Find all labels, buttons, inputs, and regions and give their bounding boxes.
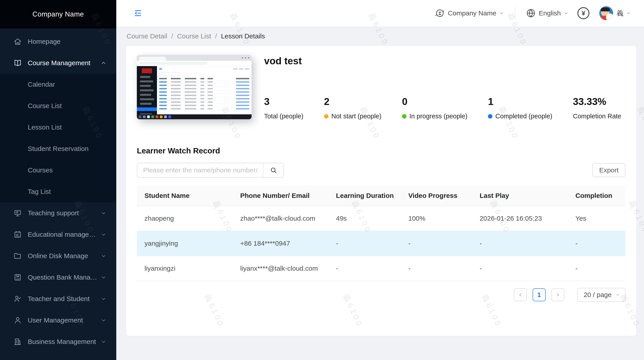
avatar[interactable] bbox=[599, 6, 613, 20]
column-header-completion: Completion bbox=[568, 192, 626, 199]
stat-label: Not start (people) bbox=[324, 113, 382, 120]
lesson-info: vod test 3Total (people)2Not start (peop… bbox=[264, 55, 626, 120]
sidebar-item-course-management[interactable]: Course Management bbox=[0, 52, 116, 74]
table-cell: +86 184****0947 bbox=[232, 240, 328, 247]
submenu-item-calendar[interactable]: Calendar bbox=[0, 74, 116, 95]
table-cell: - bbox=[401, 240, 472, 247]
book-open-icon bbox=[14, 59, 22, 67]
watch-record-table: Student NamePhone Number/ EmailLearning … bbox=[137, 185, 626, 281]
language-switcher[interactable]: English bbox=[526, 8, 568, 18]
main-column: Company Name English ¥ bbox=[116, 0, 644, 360]
pagination: 1 20 / page bbox=[137, 288, 626, 302]
table-cell: - bbox=[401, 265, 472, 272]
pagination-page-1-button[interactable]: 1 bbox=[533, 288, 546, 301]
sidebar-item-business-management[interactable]: Business Management bbox=[0, 331, 116, 353]
sidebar-item-online-disk-manage[interactable]: Online Disk Manage bbox=[0, 245, 116, 267]
chevron-up-icon bbox=[100, 60, 106, 66]
calendar-check-icon bbox=[14, 230, 22, 239]
globe-icon bbox=[526, 8, 536, 18]
table-cell: zhao****@talk-cloud.com bbox=[232, 215, 328, 222]
company-switcher[interactable]: Company Name bbox=[435, 8, 504, 18]
question-bank-icon bbox=[14, 273, 22, 282]
language-label: English bbox=[539, 9, 561, 17]
topbar-divider bbox=[515, 7, 515, 19]
chevron-down-icon bbox=[564, 11, 568, 16]
table-cell: 100% bbox=[401, 215, 472, 222]
table-row-yangjinying[interactable]: yangjinying+86 184****0947---- bbox=[137, 231, 626, 256]
thumbnail-sidebar bbox=[137, 66, 157, 114]
table-cell: - bbox=[568, 265, 626, 272]
table-cell: - bbox=[568, 240, 626, 247]
stat-value: 1 bbox=[488, 96, 552, 107]
table-row-liyanxingzi[interactable]: liyanxingziliyanx****@talk-cloud.com---- bbox=[137, 256, 626, 281]
thumbnail-address-bar bbox=[137, 61, 252, 66]
table-cell: Yes bbox=[568, 215, 626, 222]
stat-value: 33.33% bbox=[573, 96, 621, 107]
sidebar-item-educational-management[interactable]: Educational management bbox=[0, 224, 116, 245]
sidebar-item-label: Homepage bbox=[28, 38, 60, 45]
breadcrumb: Course Detail/Course List/Lesson Details bbox=[126, 26, 636, 46]
sidebar-item-teacher-and-student[interactable]: Teacher and Student bbox=[0, 288, 116, 310]
table-cell: - bbox=[328, 240, 401, 247]
column-header-learning-duration: Learning Duration bbox=[328, 192, 401, 199]
stat-completed: 1Completed (people) bbox=[488, 96, 552, 120]
search-button[interactable] bbox=[263, 163, 284, 177]
sidebar-item-user-management[interactable]: User Management bbox=[0, 310, 116, 331]
sidebar-item-question-bank-managem[interactable]: Question Bank Managem... bbox=[0, 267, 116, 288]
chevron-down-icon bbox=[100, 232, 106, 237]
table-cell: yangjinying bbox=[137, 240, 232, 247]
column-header-last-play: Last Play bbox=[472, 192, 568, 199]
search-box bbox=[137, 163, 284, 178]
export-button[interactable]: Export bbox=[592, 163, 626, 177]
status-dot bbox=[402, 114, 406, 119]
topbar-right: Company Name English ¥ bbox=[435, 6, 631, 20]
thumbnail-table-area bbox=[157, 66, 252, 114]
stat-total: 3Total (people) bbox=[264, 96, 304, 120]
sidebar-collapse-icon[interactable] bbox=[134, 9, 142, 17]
page-size-select[interactable]: 20 / page bbox=[577, 288, 626, 302]
thumbnail-taskbar bbox=[137, 114, 252, 119]
lesson-thumbnail bbox=[137, 55, 252, 119]
table-cell: zhaopeng bbox=[137, 215, 232, 222]
pagination-next-button[interactable] bbox=[552, 288, 564, 301]
page-size-label: 20 / page bbox=[584, 291, 612, 299]
building-icon bbox=[14, 338, 22, 346]
submenu-item-lesson-list[interactable]: Lesson List bbox=[0, 117, 116, 138]
content-area: Course Detail/Course List/Lesson Details bbox=[116, 26, 644, 360]
chevron-down-icon bbox=[100, 317, 106, 323]
chevron-down-icon bbox=[100, 339, 106, 345]
submenu-item-course-list[interactable]: Course List bbox=[0, 95, 116, 117]
lesson-detail-card: vod test 3Total (people)2Not start (peop… bbox=[126, 46, 636, 336]
section-title: Learner Watch Record bbox=[137, 146, 626, 155]
column-header-phone-number-email: Phone Number/ Email bbox=[232, 192, 328, 199]
table-cell: liyanxingzi bbox=[137, 265, 232, 272]
status-dot bbox=[488, 114, 492, 119]
sidebar-item-label: Online Disk Manage bbox=[28, 252, 88, 260]
submenu-item-student-reservation[interactable]: Student Reservation bbox=[0, 138, 116, 160]
stat-in-progress: 0In progress (people) bbox=[402, 96, 468, 120]
column-header-student-name: Student Name bbox=[137, 192, 232, 199]
sidebar-menu: HomepageCourse ManagementCalendarCourse … bbox=[0, 29, 116, 353]
chevron-down-icon bbox=[499, 11, 504, 16]
breadcrumb-item-course-list[interactable]: Course List bbox=[177, 32, 211, 40]
search-icon bbox=[270, 167, 277, 174]
pagination-prev-button[interactable] bbox=[514, 288, 527, 301]
table-row-zhaopeng[interactable]: zhaopengzhao****@talk-cloud.com49s100%20… bbox=[137, 206, 626, 231]
sidebar-item-homepage[interactable]: Homepage bbox=[0, 31, 116, 52]
status-dot bbox=[324, 114, 328, 119]
currency-icon[interactable]: ¥ bbox=[577, 7, 590, 19]
stat-label: Completion Rate bbox=[573, 113, 621, 120]
table-cell: - bbox=[328, 265, 401, 272]
user-icon bbox=[14, 316, 22, 325]
company-switcher-label: Company Name bbox=[448, 9, 496, 17]
sidebar-item-teaching-support[interactable]: Teaching support bbox=[0, 202, 116, 224]
user-menu-chevron-icon[interactable] bbox=[626, 11, 631, 16]
submenu-item-tag-list[interactable]: Tag List bbox=[0, 181, 116, 202]
board-icon bbox=[14, 209, 22, 217]
folder-icon bbox=[14, 252, 22, 260]
app-root: Company Name HomepageCourse ManagementCa… bbox=[0, 0, 644, 360]
lesson-title: vod test bbox=[264, 55, 626, 67]
search-input[interactable] bbox=[137, 163, 263, 177]
breadcrumb-item-course-detail[interactable]: Course Detail bbox=[126, 32, 167, 40]
submenu-item-courses[interactable]: Courses bbox=[0, 160, 116, 181]
